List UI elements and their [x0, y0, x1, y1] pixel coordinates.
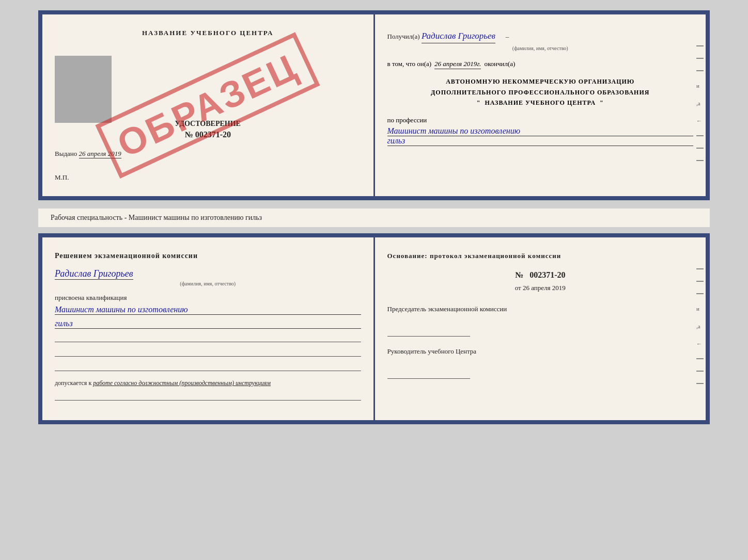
bdash5 [696, 371, 704, 372]
person-name-bottom: Радислав Григорьев [55, 268, 133, 280]
org-name: НАЗВАНИЕ УЧЕБНОГО ЦЕНТРА [485, 99, 596, 106]
issued-date: 26 апреля 2019 [79, 150, 121, 158]
head-label: Руководитель учебного Центра [387, 347, 694, 356]
received-line: Получил(а) Радислав Григорьев – (фамилия… [387, 29, 694, 53]
qual-value1: Машинист машины по изготовлению [55, 305, 361, 315]
chairman-sig-line [387, 326, 470, 337]
dash4 [696, 135, 704, 136]
dash-lines: и ,а ← [696, 45, 706, 161]
dash5 [696, 148, 704, 149]
basis-label: Основание: протокол экзаменационной коми… [387, 252, 694, 260]
profession-label: по профессии [387, 116, 694, 124]
allowed-prefix: допускается к [55, 379, 91, 387]
dash1 [696, 45, 704, 46]
blank-line4 [55, 391, 361, 401]
profession-line2: гильз [387, 136, 406, 145]
dash3 [696, 70, 704, 71]
cert-number: № 002371-20 [55, 130, 361, 139]
bdash2 [696, 281, 704, 282]
assigned-label: присвоена квалификация [55, 294, 361, 302]
bside-text-a: ,а [696, 323, 704, 329]
proto-date: от 26 апреля 2019 [387, 284, 694, 292]
cert-school-title: НАЗВАНИЕ УЧЕБНОГО ЦЕНТРА [55, 29, 361, 37]
chairman-label: Председатель экзаменационной комиссии [387, 305, 694, 314]
date-value-bottom: 26 апреля 2019 [523, 284, 566, 292]
org-line1: АВТОНОМНУЮ НЕКОММЕРЧЕСКУЮ ОРГАНИЗАЦИЮ [387, 76, 694, 87]
blank-line2 [55, 347, 361, 357]
blank-line3 [55, 362, 361, 371]
cert-issued: Выдано 26 апреля 2019 [55, 150, 361, 158]
blank-line1 [55, 333, 361, 342]
head-sig-line [387, 369, 470, 379]
date-suffix: окончил(а) [484, 60, 515, 68]
org-quote-open: " [477, 99, 481, 106]
received-label: Получил(а) [387, 33, 420, 40]
allowed-text: допускается к работе согласно должностны… [55, 379, 361, 387]
org-block: АВТОНОМНУЮ НЕКОММЕРЧЕСКУЮ ОРГАНИЗАЦИЮ ДО… [387, 76, 694, 108]
bside-text-arrow: ← [696, 341, 704, 347]
mp-label: М.П. [55, 173, 361, 182]
profession-line1: Машинист машины по изготовлению [387, 126, 521, 135]
org-quote-close: " [600, 99, 604, 106]
bdash4 [696, 358, 704, 359]
bottom-document: Решением экзаменационной комиссии Радисл… [38, 233, 710, 424]
fio-subtitle-top: (фамилия, имя, отчество) [387, 44, 694, 53]
bottom-dash-lines: и ,а ← [696, 268, 706, 384]
issued-label: Выдано [55, 150, 77, 157]
info-strip: Рабочая специальность - Машинист машины … [38, 209, 710, 227]
date-value: 26 апреля 2019г. [434, 60, 481, 69]
bdash1 [696, 268, 704, 269]
bdash3 [696, 293, 704, 294]
top-doc-left: НАЗВАНИЕ УЧЕБНОГО ЦЕНТРА УДОСТОВЕРЕНИЕ №… [42, 14, 375, 196]
date-prefix: в том, что он(а) [387, 60, 432, 68]
person-name-top: Радислав Григорьев [422, 29, 495, 43]
dash6 [696, 160, 704, 161]
bottom-doc-left: Решением экзаменационной комиссии Радисл… [42, 237, 375, 420]
allowed-italic: работе согласно должностным (производств… [93, 379, 271, 387]
top-document: НАЗВАНИЕ УЧЕБНОГО ЦЕНТРА УДОСТОВЕРЕНИЕ №… [38, 10, 710, 200]
head-block: Руководитель учебного Центра [387, 347, 694, 379]
bside-text-i: и [696, 306, 704, 312]
bottom-doc-right: Основание: протокол экзаменационной коми… [375, 237, 706, 420]
photo-placeholder [55, 56, 112, 123]
dash2 [696, 58, 704, 59]
profession-value2: гильз [387, 136, 694, 146]
side-text-i: и [696, 83, 704, 89]
date-prefix-bottom: от [515, 284, 521, 292]
bdash6 [696, 383, 704, 384]
chairman-block: Председатель экзаменационной комиссии [387, 305, 694, 337]
side-text-arrow: ← [696, 118, 704, 124]
number-value: 002371-20 [529, 270, 565, 279]
qual-value2: гильз [55, 319, 361, 329]
number-prefix: № [515, 270, 523, 279]
org-line2: ДОПОЛНИТЕЛЬНОГО ПРОФЕССИОНАЛЬНОГО ОБРАЗО… [387, 87, 694, 98]
side-text-a: ,а [696, 100, 704, 106]
decision-label: Решением экзаменационной комиссии [55, 252, 361, 260]
profession-value: Машинист машины по изготовлению [387, 126, 694, 136]
date-line: в том, что он(а) 26 апреля 2019г. окончи… [387, 60, 694, 69]
proto-number: № 002371-20 [387, 270, 694, 280]
fio-subtitle-bottom: (фамилия, имя, отчество) [55, 281, 361, 286]
top-doc-right: Получил(а) Радислав Григорьев – (фамилия… [375, 14, 706, 196]
info-strip-text: Рабочая специальность - Машинист машины … [51, 214, 262, 221]
org-name-line: " НАЗВАНИЕ УЧЕБНОГО ЦЕНТРА " [387, 98, 694, 108]
